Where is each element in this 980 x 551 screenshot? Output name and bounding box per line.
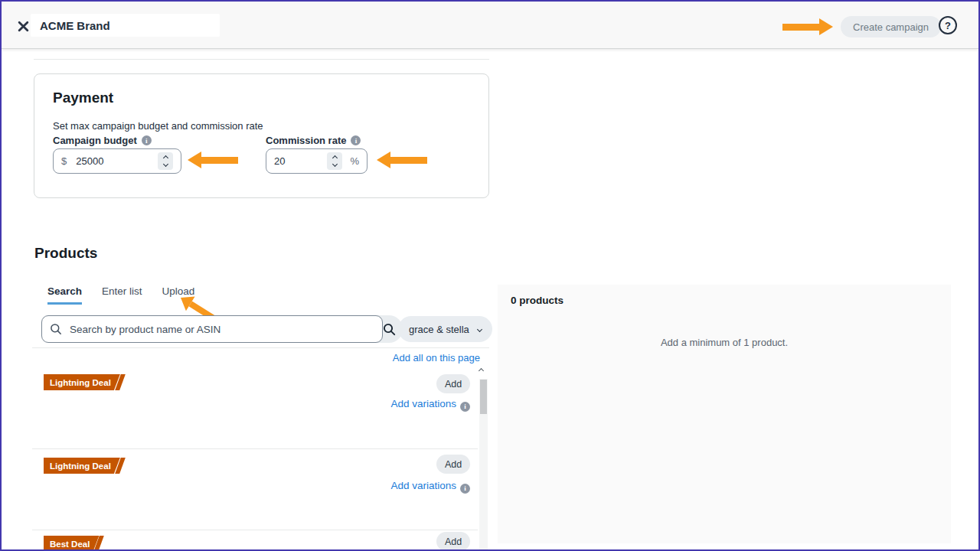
add-variations-link[interactable]: Add variationsi <box>231 398 470 412</box>
deal-badge: Lightning Deal <box>44 458 122 474</box>
info-icon[interactable]: i <box>460 402 470 412</box>
add-variations-text: Add variations <box>390 480 456 491</box>
campaign-budget-label: Campaign budget i <box>53 135 152 146</box>
campaign-budget-value: 25000 <box>76 155 158 167</box>
scroll-up-icon[interactable] <box>479 369 488 379</box>
list-divider <box>32 347 489 348</box>
selected-products-count: 0 products <box>511 295 564 306</box>
search-icon <box>383 323 396 336</box>
selected-products-panel: 0 products Add a minimum of 1 product. <box>498 285 951 543</box>
payment-card: Payment Set max campaign budget and comm… <box>34 73 489 198</box>
campaign-builder-window: Create campaign ? Payment Set max campai… <box>0 0 980 551</box>
currency-symbol: $ <box>61 155 67 167</box>
info-icon[interactable]: i <box>351 135 361 145</box>
add-variations-link[interactable]: Add variationsi <box>231 480 470 494</box>
commission-rate-input[interactable]: 20 % <box>266 148 368 174</box>
product-search-field <box>41 315 383 343</box>
add-all-on-page-link[interactable]: Add all on this page <box>32 352 480 364</box>
add-product-button[interactable]: Add <box>436 532 470 551</box>
campaign-budget-label-text: Campaign budget <box>53 135 137 146</box>
empty-state-message: Add a minimum of 1 product. <box>498 337 951 348</box>
campaign-name-input[interactable] <box>31 14 220 37</box>
payment-title: Payment <box>53 90 113 106</box>
deal-badge-label: Best Deal <box>44 536 99 551</box>
help-icon[interactable]: ? <box>939 16 957 34</box>
annotation-arrow-create-campaign <box>782 18 833 35</box>
scrollbar-thumb[interactable] <box>480 380 487 414</box>
products-title: Products <box>34 245 97 262</box>
add-product-button[interactable]: Add <box>436 455 470 474</box>
add-product-button[interactable]: Add <box>436 374 470 393</box>
tab-upload[interactable]: Upload <box>162 285 195 305</box>
deal-badge-label: Lightning Deal <box>44 374 120 390</box>
commission-rate-value: 20 <box>274 155 327 167</box>
tab-enter-list[interactable]: Enter list <box>102 285 142 305</box>
info-icon[interactable]: i <box>460 484 470 494</box>
commission-stepper[interactable] <box>327 152 342 170</box>
deal-badge: Best Deal <box>44 536 101 551</box>
percent-symbol: % <box>350 155 359 167</box>
chevron-down-icon <box>477 326 482 331</box>
commission-rate-label: Commission rate i <box>266 135 361 146</box>
deal-badge-label: Lightning Deal <box>44 458 120 474</box>
close-icon[interactable] <box>14 17 32 35</box>
row-divider <box>32 530 478 530</box>
payment-subtitle: Set max campaign budget and commission r… <box>53 120 263 132</box>
search-icon <box>50 323 62 335</box>
info-icon[interactable]: i <box>142 135 152 145</box>
row-divider <box>32 448 478 449</box>
budget-stepper[interactable] <box>158 152 173 170</box>
deal-badge: Lightning Deal <box>44 374 122 390</box>
add-variations-text: Add variations <box>390 398 456 409</box>
brand-filter-value: grace & stella <box>409 324 469 335</box>
commission-rate-label-text: Commission rate <box>266 135 346 146</box>
products-tabs: Search Enter list Upload <box>47 285 194 305</box>
tab-search[interactable]: Search <box>47 285 82 305</box>
section-divider <box>34 59 489 60</box>
top-bar: Create campaign ? <box>2 2 978 49</box>
product-list-scrollbar[interactable] <box>479 369 488 551</box>
create-campaign-button[interactable]: Create campaign <box>841 16 941 37</box>
campaign-budget-input[interactable]: $ 25000 <box>53 148 181 174</box>
product-search-input[interactable] <box>41 315 383 343</box>
brand-filter-dropdown[interactable]: grace & stella <box>398 316 492 342</box>
